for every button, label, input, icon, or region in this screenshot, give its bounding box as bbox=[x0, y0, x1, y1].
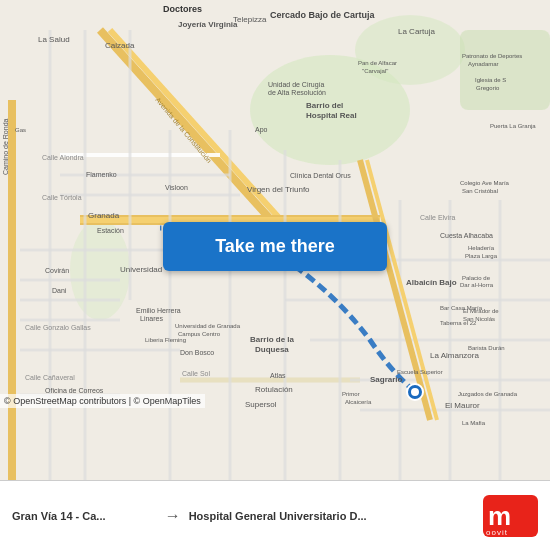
svg-text:La Almanzora: La Almanzora bbox=[430, 351, 479, 360]
svg-text:La Cartuja: La Cartuja bbox=[398, 27, 435, 36]
svg-point-9 bbox=[411, 388, 419, 396]
svg-text:Universidad: Universidad bbox=[120, 265, 162, 274]
svg-text:Rotulación: Rotulación bbox=[255, 385, 293, 394]
svg-text:Albaicín Bajo: Albaicín Bajo bbox=[406, 278, 457, 287]
bottom-bar: Gran Vía 14 - Ca... → Hospital General U… bbox=[0, 480, 550, 550]
svg-text:de Alta Resolución: de Alta Resolución bbox=[268, 89, 326, 96]
svg-text:La Mafia: La Mafia bbox=[462, 420, 486, 426]
origin-label: Gran Vía 14 - Ca... bbox=[12, 510, 157, 522]
svg-text:Iglesia de S: Iglesia de S bbox=[475, 77, 506, 83]
svg-text:El Mauror: El Mauror bbox=[445, 401, 480, 410]
svg-text:Alcaicería: Alcaicería bbox=[345, 399, 372, 405]
svg-text:El Mirador de: El Mirador de bbox=[463, 308, 499, 314]
svg-text:Calle Cañaveral: Calle Cañaveral bbox=[25, 374, 75, 381]
svg-text:"Carvajal": "Carvajal" bbox=[362, 68, 388, 74]
svg-text:oovit: oovit bbox=[486, 528, 508, 537]
svg-text:Don Bosco: Don Bosco bbox=[180, 349, 214, 356]
svg-text:Doctores: Doctores bbox=[163, 4, 202, 14]
svg-text:San Cristóbal: San Cristóbal bbox=[462, 188, 498, 194]
svg-text:Linares: Linares bbox=[140, 315, 163, 322]
svg-text:Calle Elvira: Calle Elvira bbox=[420, 214, 456, 221]
svg-text:Patronato de Deportes: Patronato de Deportes bbox=[462, 53, 522, 59]
svg-text:San Nicolás: San Nicolás bbox=[463, 316, 495, 322]
svg-text:Apo: Apo bbox=[255, 126, 268, 134]
svg-text:Visloon: Visloon bbox=[165, 184, 188, 191]
svg-text:Cuesta Alhacaba: Cuesta Alhacaba bbox=[440, 232, 493, 239]
svg-text:Dani: Dani bbox=[52, 287, 67, 294]
svg-text:Atlas: Atlas bbox=[270, 372, 286, 379]
moovit-logo-img: m oovit bbox=[483, 495, 538, 537]
svg-text:Gas: Gas bbox=[15, 127, 26, 133]
svg-text:Emilio Herrera: Emilio Herrera bbox=[136, 307, 181, 314]
svg-text:Calzada: Calzada bbox=[105, 41, 135, 50]
svg-text:Palacio de: Palacio de bbox=[462, 275, 491, 281]
destination-label: Hospital General Universitario D... bbox=[189, 510, 478, 522]
osm-copyright: © OpenStreetMap contributors | © OpenMap… bbox=[0, 394, 205, 408]
svg-text:Cercado Bajo de Cartuja: Cercado Bajo de Cartuja bbox=[270, 10, 376, 20]
arrow-icon: → bbox=[165, 507, 181, 525]
svg-text:Duquesa: Duquesa bbox=[255, 345, 289, 354]
svg-text:Calle Sol: Calle Sol bbox=[182, 370, 210, 377]
svg-text:Flamenko: Flamenko bbox=[86, 171, 117, 178]
svg-text:Sagrario: Sagrario bbox=[370, 375, 403, 384]
svg-text:La Salud: La Salud bbox=[38, 35, 70, 44]
map-container: Joyería Virginia Telepizza Doctores La S… bbox=[0, 0, 550, 480]
svg-rect-7 bbox=[8, 100, 16, 480]
svg-point-2 bbox=[355, 15, 465, 85]
svg-text:Heladería: Heladería bbox=[468, 245, 495, 251]
svg-text:Plaza Larga: Plaza Larga bbox=[465, 253, 498, 259]
svg-text:Barrio del: Barrio del bbox=[306, 101, 343, 110]
svg-text:Calle Alondra: Calle Alondra bbox=[42, 154, 84, 161]
svg-text:Covirán: Covirán bbox=[45, 267, 69, 274]
svg-text:Estación: Estación bbox=[97, 227, 124, 234]
svg-text:Camino de Ronda: Camino de Ronda bbox=[2, 118, 9, 175]
svg-text:Aynadamar: Aynadamar bbox=[468, 61, 499, 67]
svg-text:Universidad de Granada: Universidad de Granada bbox=[175, 323, 241, 329]
svg-rect-3 bbox=[460, 30, 550, 110]
take-me-there-button[interactable]: Take me there bbox=[163, 222, 387, 271]
svg-text:Joyería Virginia: Joyería Virginia bbox=[178, 20, 238, 29]
svg-text:Virgen del Triunfo: Virgen del Triunfo bbox=[247, 185, 310, 194]
svg-text:Barista Durán: Barista Durán bbox=[468, 345, 505, 351]
svg-text:Calle Gonzalo Gallas: Calle Gonzalo Gallas bbox=[25, 324, 91, 331]
svg-text:Liberia Fleming: Liberia Fleming bbox=[145, 337, 186, 343]
svg-text:Colegio Ave María: Colegio Ave María bbox=[460, 180, 510, 186]
svg-text:Barrio de la: Barrio de la bbox=[250, 335, 295, 344]
moovit-logo: m oovit bbox=[478, 496, 538, 536]
svg-text:Primor: Primor bbox=[342, 391, 360, 397]
svg-text:Unidad de Cirugía: Unidad de Cirugía bbox=[268, 81, 325, 89]
svg-text:Oficina de Correos: Oficina de Correos bbox=[45, 387, 104, 394]
svg-text:Clínica Dental Orus: Clínica Dental Orus bbox=[290, 172, 351, 179]
svg-text:Campus Centro: Campus Centro bbox=[178, 331, 221, 337]
svg-text:Juzgados de Granada: Juzgados de Granada bbox=[458, 391, 518, 397]
svg-text:Telepizza: Telepizza bbox=[233, 15, 267, 24]
svg-text:Pan de Alfacar: Pan de Alfacar bbox=[358, 60, 397, 66]
svg-text:Escuela Superior: Escuela Superior bbox=[397, 369, 443, 375]
svg-text:m: m bbox=[488, 501, 511, 531]
svg-text:Dar al-Horra: Dar al-Horra bbox=[460, 282, 494, 288]
svg-text:Puerta La Granja: Puerta La Granja bbox=[490, 123, 536, 129]
svg-text:Hospital Real: Hospital Real bbox=[306, 111, 357, 120]
svg-text:Granada: Granada bbox=[88, 211, 120, 220]
svg-text:Calle Tórtola: Calle Tórtola bbox=[42, 194, 82, 201]
svg-text:Supersol: Supersol bbox=[245, 400, 277, 409]
svg-text:Gregorio: Gregorio bbox=[476, 85, 500, 91]
